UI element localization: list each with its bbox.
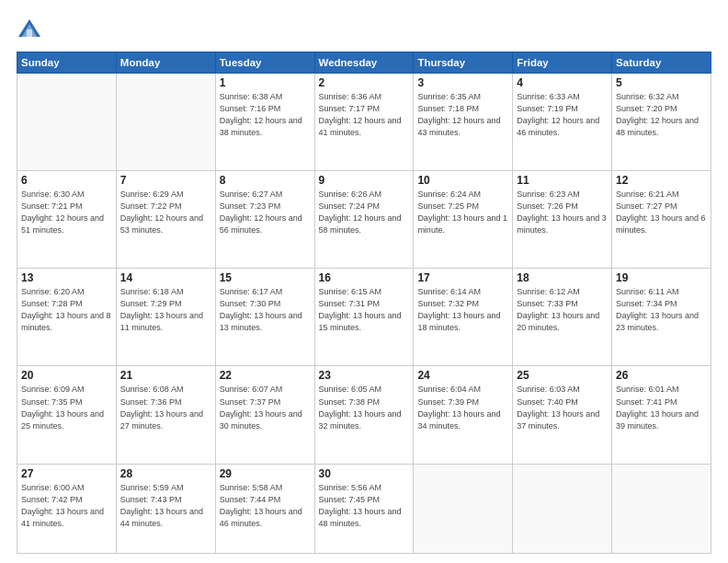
weekday-header-sunday: Sunday bbox=[17, 52, 117, 74]
day-number: 12 bbox=[616, 174, 707, 187]
calendar-cell: 15Sunrise: 6:17 AMSunset: 7:30 PMDayligh… bbox=[215, 269, 314, 366]
day-info: Sunrise: 6:29 AMSunset: 7:22 PMDaylight:… bbox=[120, 189, 211, 236]
calendar-week-row: 27Sunrise: 6:00 AMSunset: 7:42 PMDayligh… bbox=[17, 464, 711, 553]
calendar-week-row: 13Sunrise: 6:20 AMSunset: 7:28 PMDayligh… bbox=[17, 269, 711, 366]
page: SundayMondayTuesdayWednesdayThursdayFrid… bbox=[0, 0, 728, 563]
day-info: Sunrise: 5:56 AMSunset: 7:45 PMDaylight:… bbox=[319, 482, 410, 530]
calendar-cell bbox=[612, 464, 711, 553]
weekday-header-wednesday: Wednesday bbox=[314, 52, 414, 74]
day-number: 3 bbox=[417, 76, 508, 89]
calendar-week-row: 6Sunrise: 6:30 AMSunset: 7:21 PMDaylight… bbox=[17, 171, 711, 269]
day-number: 15 bbox=[220, 271, 311, 284]
calendar-cell: 5Sunrise: 6:32 AMSunset: 7:20 PMDaylight… bbox=[612, 74, 711, 171]
day-info: Sunrise: 6:30 AMSunset: 7:21 PMDaylight:… bbox=[21, 189, 112, 236]
calendar-cell: 24Sunrise: 6:04 AMSunset: 7:39 PMDayligh… bbox=[414, 366, 513, 464]
day-info: Sunrise: 6:04 AMSunset: 7:39 PMDaylight:… bbox=[417, 384, 508, 431]
day-info: Sunrise: 6:00 AMSunset: 7:42 PMDaylight:… bbox=[21, 482, 112, 530]
day-info: Sunrise: 6:23 AMSunset: 7:26 PMDaylight:… bbox=[517, 189, 608, 236]
day-number: 11 bbox=[517, 174, 608, 187]
day-number: 27 bbox=[21, 467, 112, 480]
day-info: Sunrise: 6:07 AMSunset: 7:37 PMDaylight:… bbox=[220, 384, 311, 431]
day-info: Sunrise: 6:36 AMSunset: 7:17 PMDaylight:… bbox=[319, 91, 410, 139]
day-info: Sunrise: 6:33 AMSunset: 7:19 PMDaylight:… bbox=[517, 91, 608, 139]
day-info: Sunrise: 6:18 AMSunset: 7:29 PMDaylight:… bbox=[120, 286, 211, 334]
calendar-cell: 7Sunrise: 6:29 AMSunset: 7:22 PMDaylight… bbox=[116, 171, 215, 269]
day-info: Sunrise: 5:59 AMSunset: 7:43 PMDaylight:… bbox=[120, 482, 211, 530]
day-info: Sunrise: 6:26 AMSunset: 7:24 PMDaylight:… bbox=[319, 189, 410, 236]
calendar-cell bbox=[414, 464, 513, 553]
day-info: Sunrise: 6:11 AMSunset: 7:34 PMDaylight:… bbox=[616, 286, 707, 334]
calendar-cell: 20Sunrise: 6:09 AMSunset: 7:35 PMDayligh… bbox=[17, 366, 117, 464]
day-info: Sunrise: 6:09 AMSunset: 7:35 PMDaylight:… bbox=[21, 384, 112, 431]
calendar-cell: 8Sunrise: 6:27 AMSunset: 7:23 PMDaylight… bbox=[215, 171, 314, 269]
day-number: 10 bbox=[417, 174, 508, 187]
day-number: 8 bbox=[220, 174, 311, 187]
day-number: 20 bbox=[21, 369, 112, 382]
day-number: 13 bbox=[21, 271, 112, 284]
day-info: Sunrise: 6:17 AMSunset: 7:30 PMDaylight:… bbox=[220, 286, 311, 334]
day-number: 30 bbox=[319, 467, 410, 480]
header bbox=[17, 17, 711, 42]
calendar-cell: 30Sunrise: 5:56 AMSunset: 7:45 PMDayligh… bbox=[314, 464, 414, 553]
day-number: 4 bbox=[517, 76, 608, 89]
day-info: Sunrise: 6:12 AMSunset: 7:33 PMDaylight:… bbox=[517, 286, 608, 334]
calendar-cell bbox=[17, 74, 117, 171]
day-info: Sunrise: 5:58 AMSunset: 7:44 PMDaylight:… bbox=[220, 482, 311, 530]
day-info: Sunrise: 6:27 AMSunset: 7:23 PMDaylight:… bbox=[220, 189, 311, 236]
calendar-cell: 29Sunrise: 5:58 AMSunset: 7:44 PMDayligh… bbox=[215, 464, 314, 553]
day-number: 23 bbox=[319, 369, 410, 382]
calendar-cell: 19Sunrise: 6:11 AMSunset: 7:34 PMDayligh… bbox=[612, 269, 711, 366]
svg-rect-2 bbox=[27, 29, 32, 37]
calendar-cell: 25Sunrise: 6:03 AMSunset: 7:40 PMDayligh… bbox=[513, 366, 612, 464]
calendar-cell: 9Sunrise: 6:26 AMSunset: 7:24 PMDaylight… bbox=[314, 171, 414, 269]
calendar-cell: 16Sunrise: 6:15 AMSunset: 7:31 PMDayligh… bbox=[314, 269, 414, 366]
day-number: 7 bbox=[120, 174, 211, 187]
day-number: 9 bbox=[319, 174, 410, 187]
day-info: Sunrise: 6:38 AMSunset: 7:16 PMDaylight:… bbox=[220, 91, 311, 139]
calendar-cell: 22Sunrise: 6:07 AMSunset: 7:37 PMDayligh… bbox=[215, 366, 314, 464]
day-number: 24 bbox=[417, 369, 508, 382]
calendar-cell: 27Sunrise: 6:00 AMSunset: 7:42 PMDayligh… bbox=[17, 464, 117, 553]
calendar-cell: 13Sunrise: 6:20 AMSunset: 7:28 PMDayligh… bbox=[17, 269, 117, 366]
calendar-cell: 23Sunrise: 6:05 AMSunset: 7:38 PMDayligh… bbox=[314, 366, 414, 464]
day-number: 1 bbox=[220, 76, 311, 89]
day-info: Sunrise: 6:35 AMSunset: 7:18 PMDaylight:… bbox=[417, 91, 508, 139]
weekday-header-monday: Monday bbox=[116, 52, 215, 74]
calendar-cell: 1Sunrise: 6:38 AMSunset: 7:16 PMDaylight… bbox=[215, 74, 314, 171]
day-info: Sunrise: 6:05 AMSunset: 7:38 PMDaylight:… bbox=[319, 384, 410, 431]
day-number: 17 bbox=[417, 271, 508, 284]
weekday-header-saturday: Saturday bbox=[612, 52, 711, 74]
day-number: 21 bbox=[120, 369, 211, 382]
calendar-week-row: 20Sunrise: 6:09 AMSunset: 7:35 PMDayligh… bbox=[17, 366, 711, 464]
day-number: 5 bbox=[616, 76, 707, 89]
day-info: Sunrise: 6:08 AMSunset: 7:36 PMDaylight:… bbox=[120, 384, 211, 431]
calendar-cell: 12Sunrise: 6:21 AMSunset: 7:27 PMDayligh… bbox=[612, 171, 711, 269]
day-info: Sunrise: 6:20 AMSunset: 7:28 PMDaylight:… bbox=[21, 286, 112, 334]
day-number: 29 bbox=[220, 467, 311, 480]
calendar-cell: 3Sunrise: 6:35 AMSunset: 7:18 PMDaylight… bbox=[414, 74, 513, 171]
day-number: 19 bbox=[616, 271, 707, 284]
calendar-cell bbox=[513, 464, 612, 553]
calendar-cell: 14Sunrise: 6:18 AMSunset: 7:29 PMDayligh… bbox=[116, 269, 215, 366]
calendar-cell: 10Sunrise: 6:24 AMSunset: 7:25 PMDayligh… bbox=[414, 171, 513, 269]
day-info: Sunrise: 6:14 AMSunset: 7:32 PMDaylight:… bbox=[417, 286, 508, 334]
day-number: 22 bbox=[220, 369, 311, 382]
calendar-cell: 17Sunrise: 6:14 AMSunset: 7:32 PMDayligh… bbox=[414, 269, 513, 366]
day-number: 26 bbox=[616, 369, 707, 382]
weekday-header-thursday: Thursday bbox=[414, 52, 513, 74]
day-number: 25 bbox=[517, 369, 608, 382]
calendar-cell: 21Sunrise: 6:08 AMSunset: 7:36 PMDayligh… bbox=[116, 366, 215, 464]
calendar-cell: 26Sunrise: 6:01 AMSunset: 7:41 PMDayligh… bbox=[612, 366, 711, 464]
day-number: 2 bbox=[319, 76, 410, 89]
day-number: 14 bbox=[120, 271, 211, 284]
calendar-cell: 11Sunrise: 6:23 AMSunset: 7:26 PMDayligh… bbox=[513, 171, 612, 269]
day-number: 6 bbox=[21, 174, 112, 187]
calendar-cell bbox=[116, 74, 215, 171]
logo bbox=[17, 17, 46, 42]
day-number: 16 bbox=[319, 271, 410, 284]
weekday-header-friday: Friday bbox=[513, 52, 612, 74]
day-info: Sunrise: 6:24 AMSunset: 7:25 PMDaylight:… bbox=[417, 189, 508, 236]
calendar-cell: 18Sunrise: 6:12 AMSunset: 7:33 PMDayligh… bbox=[513, 269, 612, 366]
calendar-cell: 4Sunrise: 6:33 AMSunset: 7:19 PMDaylight… bbox=[513, 74, 612, 171]
calendar-table: SundayMondayTuesdayWednesdayThursdayFrid… bbox=[17, 52, 711, 554]
